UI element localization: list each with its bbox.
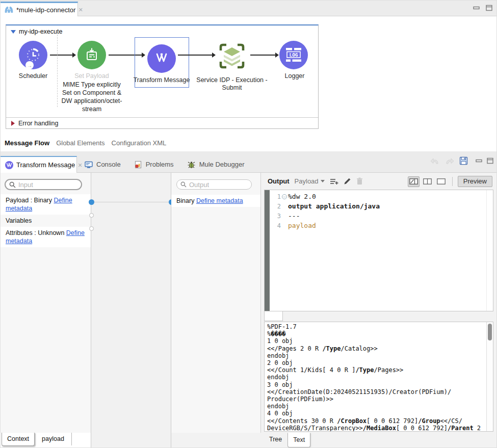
redo-icon (444, 157, 455, 165)
fold-icon[interactable]: – (282, 194, 287, 199)
flow-node-transform-message[interactable] (147, 44, 176, 73)
code-lines: 1–%dw 2.02output application/java3---4pa… (270, 192, 493, 230)
view-tab-label: Mule Debugger (199, 161, 245, 168)
scheduler-next-run-icon: → (25, 61, 34, 69)
define-metadata-link[interactable]: Define metadata (196, 197, 243, 204)
view-split-button[interactable] (422, 176, 433, 187)
lane-separator (57, 35, 58, 107)
code-line[interactable]: 3--- (270, 211, 493, 221)
mule-logo-icon (5, 6, 13, 13)
add-target-icon[interactable] (330, 178, 338, 185)
preview-line: endobj (267, 374, 485, 381)
flow-header[interactable]: my-idp-execute (11, 28, 62, 35)
flow-node-service-idp[interactable] (217, 41, 247, 71)
message-flow-canvas: my-idp-execute → Scheduler (1, 16, 497, 151)
dataweave-code-editor[interactable]: 1–%dw 2.02output application/java3---4pa… (264, 190, 493, 311)
tab-payload[interactable]: payload (35, 433, 72, 445)
attributes-connector-dot[interactable] (89, 226, 94, 231)
error-handling-section[interactable]: Error handling (6, 117, 318, 128)
scrollbar-thumb[interactable] (488, 324, 492, 340)
preview-line: endobj (267, 352, 485, 359)
flow-node-set-payload[interactable] (77, 41, 106, 69)
tab-problems[interactable]: Problems (127, 156, 180, 173)
node-label-service-idp: Service IDP - Execution - Submit (196, 76, 268, 92)
undo-icon (430, 157, 440, 165)
output-tree-item-binary[interactable]: Binary Define metadata (171, 195, 260, 207)
problems-icon (134, 161, 142, 169)
preview-toggle-button[interactable]: Preview (458, 176, 492, 187)
delete-trash-icon (356, 177, 363, 185)
tab-context[interactable]: Context (2, 433, 35, 446)
save-icon[interactable] (459, 156, 468, 165)
node-label-transform-message: Transform Message (131, 76, 192, 84)
tab-tree[interactable]: Tree (264, 433, 287, 446)
target-label: Payload (295, 177, 319, 185)
maximize-icon[interactable] (486, 5, 492, 11)
variables-label: Variables (6, 217, 32, 224)
expand-triangle-icon[interactable] (11, 121, 15, 126)
attributes-type-label: Attributes : Unknown (6, 229, 64, 236)
target-selector-dropdown[interactable]: Payload (295, 177, 325, 185)
flow-arrow (50, 55, 75, 56)
search-icon (9, 181, 16, 188)
preview-line: <</Contents 30 0 R /CropBox[ 0 0 612 792… (267, 417, 485, 425)
tab-transform-message-view[interactable]: Transform Message × (1, 156, 77, 173)
dataweave-icon (153, 52, 170, 65)
layout-controls: Preview (408, 176, 492, 187)
payload-connector-dot-left[interactable] (89, 199, 94, 205)
preview-line: 4 0 obj (267, 410, 485, 417)
collapse-triangle-icon[interactable] (11, 30, 16, 34)
tab-configuration-xml[interactable]: Configuration XML (112, 139, 167, 147)
search-icon (180, 181, 187, 188)
input-search-box[interactable] (5, 179, 82, 190)
close-icon[interactable]: × (79, 7, 83, 13)
tab-mule-idp-connector[interactable]: *mule-idp-connector × (1, 2, 78, 16)
preview-line: Producer(PDFium)>> (267, 396, 485, 403)
input-tree-item-variables[interactable]: Variables (1, 215, 91, 227)
dataweave-tab-icon (5, 161, 13, 169)
preview-line: 1 0 obj (267, 337, 485, 345)
input-tree-item-payload[interactable]: Payload : Binary Define metadata (1, 194, 91, 215)
tab-mule-debugger[interactable]: Mule Debugger (180, 156, 251, 173)
mapping-canvas (91, 173, 171, 448)
view-single-button[interactable] (435, 176, 447, 187)
view-both-button[interactable] (408, 176, 420, 187)
tab-console[interactable]: Console (78, 156, 127, 173)
console-icon (85, 161, 93, 169)
set-payload-icon (84, 47, 99, 63)
code-line[interactable]: 1–%dw 2.0 (270, 192, 493, 201)
chevron-down-icon (321, 180, 325, 182)
preview-line: 3 0 obj (267, 381, 485, 388)
code-line[interactable]: 4payload (270, 221, 493, 230)
variables-connector-dot[interactable] (89, 213, 94, 218)
editor-tab-title: *mule-idp-connector (16, 6, 75, 14)
edit-pencil-icon[interactable] (344, 177, 351, 185)
tab-text[interactable]: Text (287, 433, 310, 447)
preview-scrollbar[interactable] (486, 322, 493, 431)
close-icon[interactable]: × (78, 162, 82, 168)
view-tab-label: Console (96, 161, 121, 168)
output-search-field[interactable] (189, 181, 248, 189)
preview-line: <</Count 1/Kids[ 4 0 R ]/Type/Pages>> (267, 366, 485, 374)
preview-line: endobj (267, 403, 485, 410)
code-line[interactable]: 2output application/java (270, 201, 493, 211)
tab-message-flow[interactable]: Message Flow (5, 139, 49, 147)
maximize-icon[interactable] (487, 157, 493, 164)
editor-footer-tab (264, 311, 283, 321)
input-tree-item-attributes[interactable]: Attributes : Unknown Define metadata (1, 227, 91, 247)
minimize-icon[interactable] (476, 157, 482, 164)
idp-scan-layers-icon (217, 41, 247, 71)
output-search-box[interactable] (176, 179, 252, 190)
canvas-tab-bar: Message Flow Global Elements Configurati… (5, 139, 166, 147)
set-payload-note: MIME Type explicitly Set on Component & … (59, 81, 124, 113)
input-search-field[interactable] (18, 181, 77, 189)
context-tab-strip: Context payload (1, 433, 91, 448)
svg-text:LOG: LOG (289, 52, 298, 58)
input-tree-panel: Payload : Binary Define metadata Variabl… (1, 173, 91, 433)
preview-line: <</Pages 2 0 R /Type/Catalog>> (267, 345, 485, 352)
payload-type-label: Payload : Binary (6, 197, 52, 204)
tab-global-elements[interactable]: Global Elements (56, 139, 104, 147)
preview-panel[interactable]: %PDF-1.7%����1 0 obj<</Pages 2 0 R /Type… (264, 322, 493, 432)
flow-node-logger[interactable]: LOG (279, 41, 308, 69)
minimize-icon[interactable] (473, 5, 480, 11)
